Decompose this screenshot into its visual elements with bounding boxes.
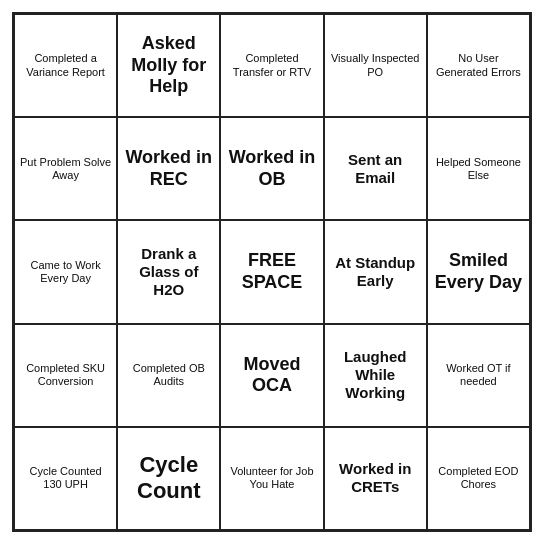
bingo-cell-13: At Standup Early [324, 220, 427, 323]
cell-text-23: Worked in CRETs [329, 460, 422, 496]
cell-text-20: Cycle Counted 130 UPH [19, 465, 112, 491]
cell-text-13: At Standup Early [329, 254, 422, 290]
bingo-cell-10: Came to Work Every Day [14, 220, 117, 323]
bingo-cell-6: Worked in REC [117, 117, 220, 220]
cell-text-8: Sent an Email [329, 151, 422, 187]
bingo-cell-22: Volunteer for Job You Hate [220, 427, 323, 530]
cell-text-15: Completed SKU Conversion [19, 362, 112, 388]
bingo-cell-11: Drank a Glass of H2O [117, 220, 220, 323]
cell-text-22: Volunteer for Job You Hate [225, 465, 318, 491]
bingo-cell-2: Completed Transfer or RTV [220, 14, 323, 117]
cell-text-9: Helped Someone Else [432, 156, 525, 182]
cell-text-5: Put Problem Solve Away [19, 156, 112, 182]
bingo-cell-20: Cycle Counted 130 UPH [14, 427, 117, 530]
bingo-cell-0: Completed a Variance Report [14, 14, 117, 117]
cell-text-3: Visually Inspected PO [329, 52, 422, 78]
bingo-cell-18: Laughed While Working [324, 324, 427, 427]
bingo-cell-7: Worked in OB [220, 117, 323, 220]
bingo-cell-19: Worked OT if needed [427, 324, 530, 427]
bingo-cell-4: No User Generated Errors [427, 14, 530, 117]
bingo-cell-3: Visually Inspected PO [324, 14, 427, 117]
cell-text-19: Worked OT if needed [432, 362, 525, 388]
bingo-cell-8: Sent an Email [324, 117, 427, 220]
cell-text-18: Laughed While Working [329, 348, 422, 402]
bingo-board: Completed a Variance ReportAsked Molly f… [12, 12, 532, 532]
cell-text-16: Completed OB Audits [122, 362, 215, 388]
cell-text-10: Came to Work Every Day [19, 259, 112, 285]
bingo-cell-12: FREE SPACE [220, 220, 323, 323]
cell-text-6: Worked in REC [122, 147, 215, 190]
cell-text-12: FREE SPACE [225, 250, 318, 293]
bingo-cell-9: Helped Someone Else [427, 117, 530, 220]
cell-text-11: Drank a Glass of H2O [122, 245, 215, 299]
cell-text-21: Cycle Count [122, 452, 215, 505]
cell-text-7: Worked in OB [225, 147, 318, 190]
cell-text-24: Completed EOD Chores [432, 465, 525, 491]
bingo-cell-17: Moved OCA [220, 324, 323, 427]
cell-text-0: Completed a Variance Report [19, 52, 112, 78]
bingo-cell-1: Asked Molly for Help [117, 14, 220, 117]
bingo-cell-5: Put Problem Solve Away [14, 117, 117, 220]
cell-text-14: Smiled Every Day [432, 250, 525, 293]
bingo-cell-21: Cycle Count [117, 427, 220, 530]
bingo-cell-23: Worked in CRETs [324, 427, 427, 530]
bingo-cell-15: Completed SKU Conversion [14, 324, 117, 427]
bingo-cell-14: Smiled Every Day [427, 220, 530, 323]
cell-text-2: Completed Transfer or RTV [225, 52, 318, 78]
bingo-cell-24: Completed EOD Chores [427, 427, 530, 530]
cell-text-4: No User Generated Errors [432, 52, 525, 78]
cell-text-1: Asked Molly for Help [122, 33, 215, 98]
bingo-cell-16: Completed OB Audits [117, 324, 220, 427]
cell-text-17: Moved OCA [225, 354, 318, 397]
